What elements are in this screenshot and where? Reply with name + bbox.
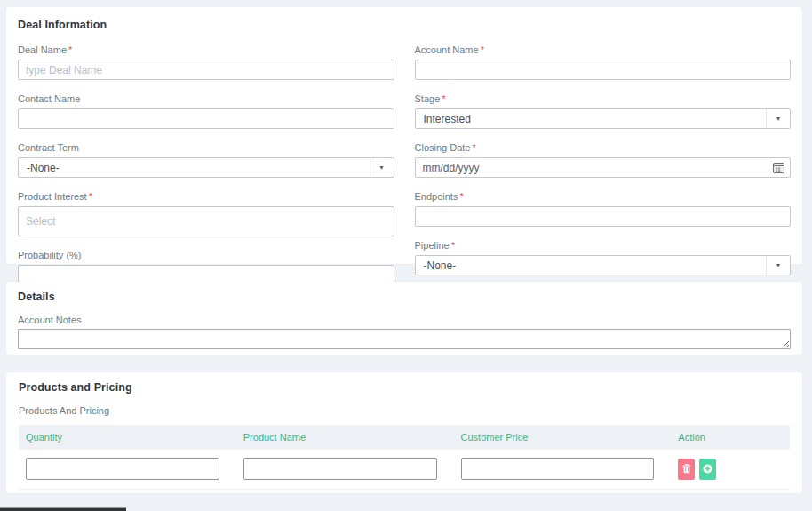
product-interest-label: Product Interest* bbox=[18, 191, 394, 202]
deal-form-right-column: Account Name* Stage* Interested ▾ Closin… bbox=[415, 44, 792, 299]
stage-select[interactable]: Interested ▾ bbox=[415, 108, 792, 129]
column-header-product-name: Product Name bbox=[236, 432, 454, 443]
contact-name-input[interactable] bbox=[18, 108, 394, 129]
chevron-down-icon[interactable]: ▾ bbox=[370, 158, 394, 177]
field-product-interest: Product Interest* Select bbox=[18, 191, 394, 236]
chevron-down-icon[interactable]: ▾ bbox=[766, 256, 790, 275]
product-name-cell bbox=[236, 458, 454, 480]
required-asterisk: * bbox=[442, 93, 445, 104]
pipeline-select[interactable]: -None- ▾ bbox=[415, 255, 792, 275]
field-stage: Stage* Interested ▾ bbox=[415, 93, 792, 129]
field-contact-name: Contact Name bbox=[18, 93, 394, 129]
field-probability: Probability (%) bbox=[18, 250, 394, 285]
pipeline-label-text: Pipeline bbox=[415, 240, 450, 251]
bottom-dark-bar bbox=[0, 507, 126, 511]
pipeline-value: -None- bbox=[416, 259, 457, 272]
probability-label: Probability (%) bbox=[18, 250, 394, 260]
required-asterisk: * bbox=[89, 191, 92, 202]
account-notes-label: Account Notes bbox=[18, 315, 791, 325]
required-asterisk: * bbox=[68, 44, 72, 55]
field-deal-name: Deal Name* bbox=[18, 44, 394, 80]
details-card: Details Account Notes bbox=[6, 282, 802, 355]
products-pricing-title: Products and Pricing bbox=[19, 381, 790, 394]
closing-date-label-text: Closing Date bbox=[415, 142, 471, 153]
required-asterisk: * bbox=[459, 191, 463, 202]
calendar-icon[interactable] bbox=[773, 162, 784, 173]
column-header-action: Action bbox=[671, 432, 790, 443]
stage-label: Stage* bbox=[415, 93, 792, 104]
deal-name-label-text: Deal Name bbox=[18, 44, 67, 55]
closing-date-field bbox=[415, 157, 792, 178]
required-asterisk: * bbox=[451, 240, 455, 251]
contract-term-select[interactable]: -None- ▾ bbox=[18, 157, 394, 178]
deal-name-label: Deal Name* bbox=[18, 44, 394, 55]
endpoints-input[interactable] bbox=[415, 206, 792, 227]
column-header-customer-price: Customer Price bbox=[454, 432, 672, 443]
field-closing-date: Closing Date* bbox=[415, 142, 792, 178]
pipeline-label: Pipeline* bbox=[415, 240, 792, 251]
plus-circle-icon bbox=[703, 464, 712, 474]
account-name-label: Account Name* bbox=[415, 44, 792, 55]
delete-row-button[interactable] bbox=[678, 459, 695, 480]
details-title: Details bbox=[18, 291, 791, 303]
products-pricing-table: Quantity Product Name Customer Price Act… bbox=[19, 425, 790, 490]
stage-value: Interested bbox=[416, 113, 471, 125]
contract-term-label: Contract Term bbox=[18, 142, 394, 153]
stage-label-text: Stage bbox=[415, 93, 441, 104]
closing-date-label: Closing Date* bbox=[415, 142, 792, 153]
product-interest-multiselect[interactable]: Select bbox=[18, 206, 394, 236]
account-name-label-text: Account Name bbox=[415, 44, 479, 55]
quantity-cell bbox=[19, 458, 236, 480]
field-endpoints: Endpoints* bbox=[415, 191, 792, 227]
chevron-down-icon[interactable]: ▾ bbox=[766, 109, 790, 128]
account-notes-textarea[interactable] bbox=[18, 329, 791, 349]
required-asterisk: * bbox=[481, 44, 484, 55]
product-interest-label-text: Product Interest bbox=[18, 191, 87, 202]
closing-date-input[interactable] bbox=[415, 157, 792, 178]
field-pipeline: Pipeline* -None- ▾ bbox=[415, 240, 792, 275]
product-name-input[interactable] bbox=[243, 458, 437, 480]
product-interest-placeholder: Select bbox=[26, 215, 55, 228]
contract-term-value: -None- bbox=[19, 162, 60, 174]
products-pricing-sublabel: Products And Pricing bbox=[19, 405, 790, 416]
deal-name-input[interactable] bbox=[18, 60, 394, 80]
deal-information-title: Deal Information bbox=[18, 19, 791, 31]
quantity-input[interactable] bbox=[26, 458, 219, 480]
customer-price-input[interactable] bbox=[461, 458, 655, 480]
products-table-header-row: Quantity Product Name Customer Price Act… bbox=[19, 425, 790, 450]
product-row bbox=[19, 450, 790, 490]
column-header-quantity: Quantity bbox=[19, 432, 236, 443]
required-asterisk: * bbox=[472, 142, 475, 153]
deal-form-left-column: Deal Name* Contact Name Contract Term -N… bbox=[18, 44, 394, 299]
action-cell bbox=[671, 459, 790, 480]
deal-information-card: Deal Information Deal Name* Contact Name… bbox=[6, 7, 802, 264]
account-name-input[interactable] bbox=[415, 60, 792, 80]
contact-name-label: Contact Name bbox=[18, 93, 394, 104]
endpoints-label: Endpoints* bbox=[415, 191, 792, 202]
deal-form-columns: Deal Name* Contact Name Contract Term -N… bbox=[18, 44, 791, 299]
products-pricing-card: Products and Pricing Products And Pricin… bbox=[6, 372, 802, 493]
field-account-name: Account Name* bbox=[415, 44, 792, 80]
customer-price-cell bbox=[454, 458, 672, 480]
field-contract-term: Contract Term -None- ▾ bbox=[18, 142, 394, 178]
trash-icon bbox=[682, 464, 691, 474]
endpoints-label-text: Endpoints bbox=[415, 191, 458, 202]
add-row-button[interactable] bbox=[699, 459, 716, 480]
